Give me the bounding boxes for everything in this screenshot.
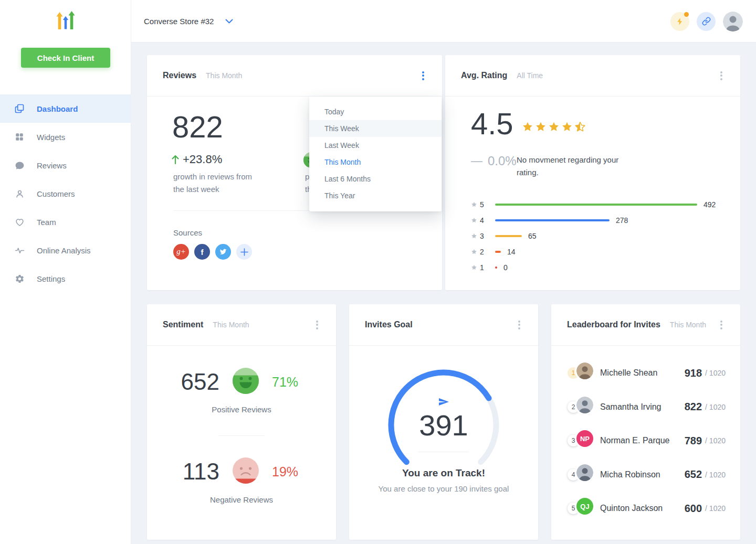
reviews-card-header: Reviews This Month bbox=[147, 55, 442, 97]
leaderboard-card: Leaderboard for Invites This Month 1 Mic… bbox=[551, 304, 740, 540]
rating-bar-row: 3 65 bbox=[471, 228, 724, 244]
sidebar-item-reviews[interactable]: Reviews bbox=[0, 151, 131, 179]
sidebar-item-label: Widgets bbox=[37, 133, 65, 142]
reviews-count: 822 bbox=[172, 112, 223, 142]
period-dropdown-menu: Today This Week Last Week This Month Las… bbox=[309, 97, 442, 211]
card-title: Sentiment bbox=[163, 320, 203, 329]
kebab-menu-icon[interactable] bbox=[513, 318, 526, 331]
star-icon bbox=[471, 249, 477, 255]
positive-percent: 71% bbox=[272, 375, 309, 390]
team-icon bbox=[14, 216, 25, 228]
growth-description: growth in reviews from the last week bbox=[173, 170, 252, 196]
negative-label: Negative Reviews bbox=[147, 495, 336, 504]
rating-bar-row: 2 14 bbox=[471, 244, 724, 260]
sidebar-item-settings[interactable]: Settings bbox=[0, 264, 131, 293]
link-button[interactable] bbox=[697, 12, 716, 31]
customers-icon bbox=[14, 188, 25, 199]
store-name: Converse Store #32 bbox=[144, 17, 214, 26]
sidebar-item-dashboard[interactable]: Dashboard bbox=[0, 94, 131, 123]
member-name: Norman E. Parque bbox=[600, 436, 685, 445]
negative-sentiment-row: 113 19% bbox=[147, 457, 336, 486]
plus-icon bbox=[240, 248, 248, 256]
member-score-total: / 1020 bbox=[705, 504, 726, 513]
leaderboard-row: 2 Samantha Irving 822 / 1020 bbox=[551, 390, 740, 424]
topbar: Converse Store #32 bbox=[131, 0, 756, 42]
rating-change-description: No movmenet regarding your rating. bbox=[517, 154, 618, 179]
online-analysis-icon bbox=[14, 244, 25, 256]
leaderboard-row: 1 Michelle Shean 918 / 1020 bbox=[551, 356, 740, 390]
store-selector[interactable]: Converse Store #32 bbox=[144, 0, 233, 42]
link-icon bbox=[702, 17, 711, 26]
sidebar-item-widgets[interactable]: Widgets bbox=[0, 123, 131, 151]
rating-bar-row: 1 0 bbox=[471, 260, 724, 275]
twitter-icon[interactable] bbox=[215, 244, 231, 260]
avg-rating-card: Avg. Rating All Time 4.5 — 0.0% No movme… bbox=[445, 55, 740, 290]
notifications-button[interactable] bbox=[670, 12, 689, 31]
member-score: 652 bbox=[685, 468, 702, 481]
rating-bar-row: 5 492 bbox=[471, 197, 724, 212]
divider bbox=[418, 452, 469, 452]
sidebar-item-online-analysis[interactable]: Online Analysis bbox=[0, 236, 131, 264]
menu-item-last-6-months[interactable]: Last 6 Months bbox=[309, 170, 442, 187]
google-plus-icon[interactable]: g+ bbox=[173, 244, 189, 260]
menu-item-last-week[interactable]: Last Week bbox=[309, 137, 442, 154]
star-icon bbox=[561, 121, 573, 135]
reviews-icon bbox=[14, 159, 25, 171]
kebab-menu-icon[interactable] bbox=[417, 69, 429, 82]
menu-item-this-week[interactable]: This Week bbox=[309, 120, 442, 137]
star-icon bbox=[548, 121, 560, 135]
facebook-icon[interactable]: f bbox=[194, 244, 210, 260]
kebab-menu-icon[interactable] bbox=[715, 318, 728, 331]
rating-distribution-chart: 5 492 4 278 3 65 2 14 1 0 bbox=[471, 197, 724, 275]
star-icon bbox=[535, 121, 547, 135]
card-title: Reviews bbox=[163, 71, 196, 80]
avatar: QJ bbox=[575, 496, 595, 516]
check-in-client-button[interactable]: Check In Client bbox=[21, 48, 110, 68]
sidebar-item-label: Online Analysis bbox=[37, 246, 91, 255]
menu-item-today[interactable]: Today bbox=[309, 103, 442, 120]
leaderboard-list: 1 Michelle Shean 918 / 1020 2 Samantha I… bbox=[551, 356, 740, 526]
topbar-actions bbox=[670, 0, 743, 42]
avatar bbox=[575, 361, 595, 381]
sidebar-item-team[interactable]: Team bbox=[0, 208, 131, 236]
sidebar-nav: Dashboard Widgets Reviews Customers Team bbox=[0, 94, 131, 293]
kebab-menu-icon[interactable] bbox=[311, 318, 323, 331]
sidebar-item-customers[interactable]: Customers bbox=[0, 179, 131, 208]
avatar: NP bbox=[575, 429, 595, 449]
sources-label: Sources bbox=[173, 228, 202, 237]
card-title: Leaderboard for Invites bbox=[567, 320, 660, 329]
menu-item-this-year[interactable]: This Year bbox=[309, 187, 442, 204]
member-score: 600 bbox=[685, 503, 702, 515]
negative-percent: 19% bbox=[272, 464, 309, 479]
add-source-button[interactable] bbox=[236, 244, 252, 260]
sidebar-item-label: Settings bbox=[37, 274, 65, 283]
card-title: Avg. Rating bbox=[461, 71, 507, 80]
card-period: This Month bbox=[206, 71, 242, 80]
kebab-menu-icon[interactable] bbox=[715, 69, 728, 82]
sidebar-item-label: Team bbox=[37, 218, 56, 227]
card-period: This Month bbox=[213, 321, 249, 329]
member-score-total: / 1020 bbox=[705, 471, 726, 479]
sentiment-card-header: Sentiment This Month bbox=[147, 304, 336, 346]
menu-item-this-month[interactable]: This Month bbox=[309, 154, 442, 170]
up-arrow-icon bbox=[171, 154, 180, 165]
widgets-icon bbox=[14, 131, 25, 143]
member-name: Quinton Jackson bbox=[600, 504, 685, 513]
rating-bar-row: 4 278 bbox=[471, 212, 724, 228]
user-avatar[interactable] bbox=[723, 12, 743, 31]
smiley-icon bbox=[233, 368, 259, 396]
dashboard-icon bbox=[14, 103, 25, 114]
reviews-growth: +23.8% bbox=[171, 153, 222, 166]
invites-goal-card: Invites Goal 391 You are on Track! You a… bbox=[349, 304, 538, 540]
invites-card-header: Invites Goal bbox=[349, 304, 538, 346]
avg-rating-card-header: Avg. Rating All Time bbox=[445, 55, 740, 97]
sources-row: g+ f bbox=[173, 244, 252, 260]
notification-dot bbox=[684, 12, 689, 17]
positive-count: 652 bbox=[174, 369, 219, 395]
sidebar-item-label: Customers bbox=[37, 189, 75, 198]
member-score-total: / 1020 bbox=[705, 403, 726, 411]
positive-sentiment-row: 652 71% bbox=[147, 368, 336, 396]
app-logo bbox=[0, 8, 131, 30]
leaderboard-card-header: Leaderboard for Invites This Month bbox=[551, 304, 740, 346]
sidebar: Check In Client Dashboard Widgets Review… bbox=[0, 0, 131, 544]
